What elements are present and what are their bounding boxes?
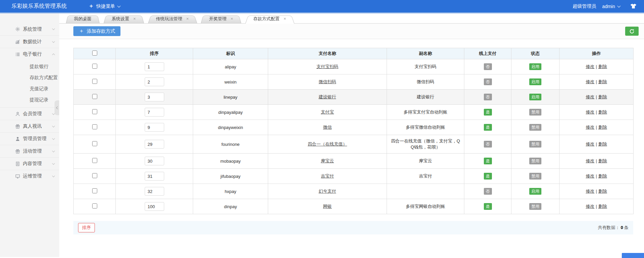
sort-order-input[interactable] — [145, 123, 164, 132]
row-checkbox[interactable] — [92, 158, 97, 163]
status-badge: 禁用 — [529, 158, 541, 164]
theme-skin-icon[interactable] — [630, 3, 637, 9]
close-icon[interactable]: × — [133, 16, 136, 21]
sort-order-input[interactable] — [145, 93, 164, 101]
sidebar-subitem[interactable]: 充值记录 — [0, 83, 59, 94]
footer-bar: 排序 共有数据：0条 — [73, 221, 633, 234]
delete-link[interactable]: 删除 — [598, 158, 607, 163]
sort-order-input[interactable] — [145, 108, 164, 117]
delete-link[interactable]: 删除 — [598, 125, 607, 130]
sort-order-input[interactable] — [145, 62, 164, 71]
tab-active[interactable]: 存款方式配置× — [245, 14, 294, 23]
sort-order-input[interactable] — [145, 140, 164, 149]
action-separator: | — [596, 109, 597, 115]
row-checkbox[interactable] — [92, 203, 97, 208]
edit-link[interactable]: 修改 — [586, 79, 595, 84]
online-payment-badge: 是 — [484, 124, 492, 131]
select-all-checkbox[interactable] — [92, 51, 97, 56]
add-deposit-method-button[interactable]: ＋ 添加存款方式 — [73, 26, 120, 36]
user-menu-button[interactable]: admin — [602, 4, 620, 9]
delete-link[interactable]: 删除 — [598, 79, 607, 84]
tab[interactable]: 传统玩法管理× — [148, 14, 197, 23]
payment-subname: 摩宝云 — [387, 154, 464, 169]
tab[interactable]: 系统设置× — [104, 14, 144, 23]
sort-order-input[interactable] — [145, 187, 164, 196]
close-icon[interactable]: × — [230, 16, 233, 21]
payment-name-link[interactable]: 网银 — [323, 204, 332, 209]
delete-link[interactable]: 删除 — [598, 64, 607, 69]
app-title: 乐彩娱乐系统管理系统 — [11, 3, 67, 10]
sidebar-collapse-handle[interactable] — [55, 100, 59, 115]
sidebar-item-label: 活动管理 — [23, 148, 50, 154]
payment-subname: 微信扫码 — [387, 74, 464, 90]
action-separator: | — [596, 189, 597, 194]
payment-name-link[interactable]: 幻兮支付 — [319, 189, 336, 194]
edit-link[interactable]: 修改 — [586, 204, 595, 209]
sidebar-item-gift[interactable]: 真人视讯 — [0, 120, 59, 132]
delete-link[interactable]: 删除 — [598, 204, 607, 209]
ops-icon — [15, 173, 20, 179]
payment-name-link[interactable]: 摩宝云 — [321, 158, 334, 163]
row-checkbox[interactable] — [92, 188, 97, 193]
edit-link[interactable]: 修改 — [586, 173, 595, 179]
row-checkbox[interactable] — [92, 124, 97, 129]
tab[interactable]: 我的桌面 — [66, 14, 100, 23]
sidebar-item-gift[interactable]: 活动管理 — [0, 145, 59, 157]
sidebar-subitem[interactable]: 存款方式配置 — [0, 72, 59, 83]
sidebar-item-admin[interactable]: 管理员管理 — [0, 132, 59, 145]
edit-link[interactable]: 修改 — [586, 189, 595, 194]
payment-subname: 吉宝付 — [387, 169, 464, 184]
sidebar-item-list[interactable]: 电子银行 — [0, 48, 59, 60]
close-icon[interactable]: × — [186, 16, 189, 21]
sidebar-item-ops[interactable]: 运维管理 — [0, 170, 59, 182]
sidebar-subitem[interactable]: 提款银行 — [0, 61, 59, 72]
row-checkbox[interactable] — [92, 109, 97, 114]
sidebar-item-gear[interactable]: 系统管理 — [0, 23, 59, 35]
row-checkbox[interactable] — [92, 64, 97, 69]
action-separator: | — [596, 158, 597, 163]
action-separator: | — [596, 141, 597, 147]
chevron-down-icon — [52, 124, 55, 127]
edit-link[interactable]: 修改 — [586, 109, 595, 115]
sidebar-item-doc[interactable]: 内容管理 — [0, 157, 59, 170]
row-checkbox[interactable] — [92, 141, 97, 146]
sidebar-item-chart[interactable]: 数据统计 — [0, 35, 59, 48]
edit-link[interactable]: 修改 — [586, 158, 595, 163]
delete-link[interactable]: 删除 — [598, 94, 607, 99]
edit-link[interactable]: 修改 — [586, 64, 595, 69]
payment-name-link[interactable]: 支付宝 — [321, 109, 334, 115]
delete-link[interactable]: 删除 — [598, 189, 607, 194]
payment-name-link[interactable]: 四合一（在线充值） — [308, 141, 347, 147]
close-icon[interactable]: × — [284, 16, 286, 21]
sort-order-input[interactable] — [145, 77, 164, 86]
row-checkbox[interactable] — [92, 173, 97, 178]
payment-name-link[interactable]: 支付宝扫码 — [317, 64, 338, 69]
sort-order-input[interactable] — [145, 172, 164, 181]
sidebar-subitem[interactable]: 提现记录 — [0, 94, 59, 105]
payment-name-link[interactable]: 微信扫码 — [319, 79, 336, 84]
sort-order-input[interactable] — [145, 157, 164, 165]
delete-link[interactable]: 删除 — [598, 109, 607, 115]
payment-name-link[interactable]: 微信 — [323, 125, 332, 130]
tab[interactable]: 开奖管理× — [201, 14, 241, 23]
payment-name-link[interactable]: 建设银行 — [319, 94, 336, 99]
payment-code: jifubaopay — [193, 169, 268, 184]
status-badge: 启用 — [529, 94, 541, 100]
quick-menu-button[interactable]: ＋ 快捷菜单 — [88, 3, 120, 10]
edit-link[interactable]: 修改 — [586, 125, 595, 130]
refresh-button[interactable] — [625, 27, 639, 36]
sidebar-item-label: 会员管理 — [23, 111, 50, 117]
delete-link[interactable]: 删除 — [598, 173, 607, 179]
sidebar-item-user[interactable]: 会员管理 — [0, 107, 59, 120]
chevron-left-icon — [56, 106, 59, 109]
total-count-unit: 条 — [624, 225, 629, 230]
edit-link[interactable]: 修改 — [586, 94, 595, 99]
row-checkbox[interactable] — [92, 79, 97, 84]
chart-icon — [15, 39, 20, 44]
delete-link[interactable]: 删除 — [598, 141, 607, 147]
sort-order-input[interactable] — [145, 202, 164, 211]
sort-button[interactable]: 排序 — [78, 223, 95, 232]
payment-name-link[interactable]: 吉宝付 — [321, 173, 334, 179]
row-checkbox[interactable] — [92, 94, 97, 99]
edit-link[interactable]: 修改 — [586, 141, 595, 147]
